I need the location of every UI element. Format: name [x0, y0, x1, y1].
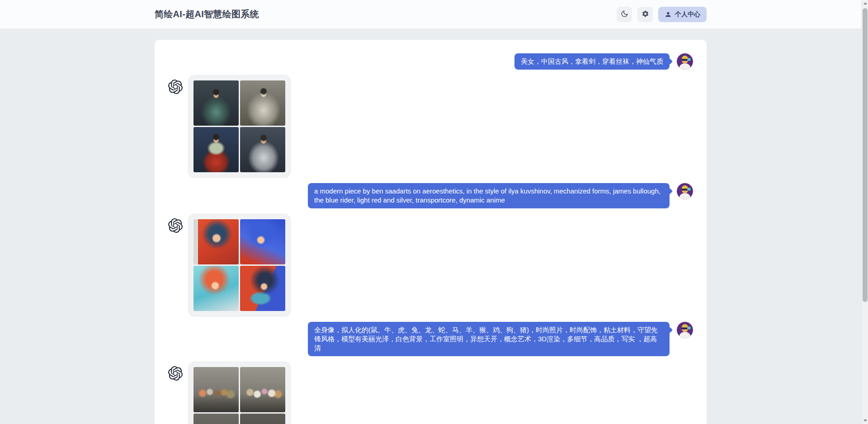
user-avatar — [677, 53, 693, 70]
bubble-tail — [666, 327, 673, 333]
bubble-tail — [666, 58, 673, 65]
navbar-actions: 个人中心 — [611, 7, 707, 22]
bubble-tail — [666, 188, 673, 194]
generated-image-grid — [188, 214, 291, 316]
personal-center-button[interactable]: 个人中心 — [658, 7, 707, 22]
openai-logo-icon — [168, 366, 183, 381]
user-message-row: 全身像，拟人化的(鼠、牛、虎、兔、龙、蛇、马、羊、猴、鸡、狗、猪)，时尚照片，时… — [168, 322, 693, 356]
top-navbar: 简绘AI-超AI智慧绘图系统 个人中心 — [0, 0, 861, 29]
generated-image[interactable] — [193, 414, 239, 424]
user-avatar — [677, 322, 693, 338]
generated-image[interactable] — [193, 367, 239, 412]
generated-image[interactable] — [240, 367, 285, 412]
assistant-message-row — [168, 214, 693, 316]
moon-icon — [621, 10, 628, 19]
user-message-row: a modern piece by ben saadarts on aeroes… — [168, 183, 693, 208]
user-message-bubble: a modern piece by ben saadarts on aeroes… — [308, 183, 670, 208]
user-message-text: a modern piece by ben saadarts on aeroes… — [314, 187, 660, 204]
generated-image[interactable] — [240, 266, 285, 311]
generated-image-grid — [188, 362, 291, 424]
generated-image[interactable] — [240, 127, 285, 172]
generated-image[interactable] — [240, 80, 285, 126]
user-message-bubble: 全身像，拟人化的(鼠、牛、虎、兔、龙、蛇、马、羊、猴、鸡、狗、猪)，时尚照片，时… — [308, 322, 670, 356]
scrollbar-down-arrow[interactable] — [862, 417, 868, 424]
user-avatar — [677, 183, 693, 199]
generated-image[interactable] — [240, 414, 285, 424]
theme-toggle-button[interactable] — [617, 7, 632, 22]
personal-center-label: 个人中心 — [675, 10, 700, 19]
chat-panel: 美女，中国古风，拿着剑，穿着丝袜，神仙气质 — [155, 40, 707, 424]
scrollbar-thumb[interactable] — [863, 8, 868, 302]
generated-image[interactable] — [193, 266, 239, 311]
user-icon — [665, 11, 672, 18]
generated-image[interactable] — [193, 80, 239, 126]
settings-button[interactable] — [637, 7, 653, 22]
assistant-message-row — [168, 75, 693, 178]
openai-logo-icon — [168, 218, 183, 233]
generated-image[interactable] — [193, 127, 239, 172]
gear-icon — [642, 10, 649, 19]
generated-image-grid — [188, 75, 291, 178]
user-message-bubble: 美女，中国古风，拿着剑，穿着丝袜，神仙气质 — [514, 53, 670, 70]
scrollbar[interactable] — [861, 0, 868, 424]
generated-image[interactable] — [240, 219, 285, 264]
generated-image[interactable] — [193, 219, 239, 264]
user-message-text: 美女，中国古风，拿着剑，穿着丝袜，神仙气质 — [521, 57, 663, 65]
user-message-text: 全身像，拟人化的(鼠、牛、虎、兔、龙、蛇、马、羊、猴、鸡、狗、猪)，时尚照片，时… — [314, 326, 658, 352]
assistant-message-row — [168, 362, 693, 424]
scrollbar-up-arrow[interactable] — [862, 0, 868, 7]
app-title: 简绘AI-超AI智慧绘图系统 — [155, 8, 259, 20]
user-message-row: 美女，中国古风，拿着剑，穿着丝袜，神仙气质 — [168, 53, 693, 70]
openai-logo-icon — [168, 80, 183, 94]
